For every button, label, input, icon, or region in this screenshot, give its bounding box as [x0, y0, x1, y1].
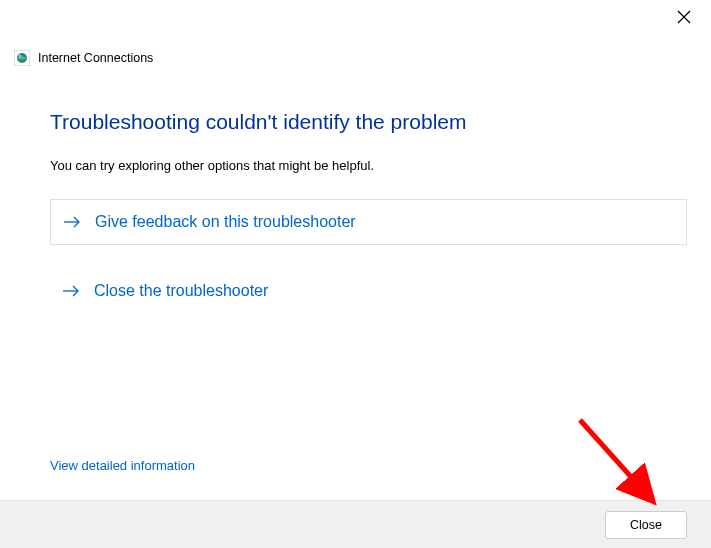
view-detailed-information-link[interactable]: View detailed information [50, 458, 195, 473]
svg-line-8 [580, 420, 650, 498]
dialog-footer: Close [0, 500, 711, 548]
window-close-button[interactable] [675, 10, 693, 28]
option-close-troubleshooter[interactable]: Close the troubleshooter [50, 269, 687, 313]
svg-point-4 [19, 55, 22, 58]
arrow-right-icon [63, 214, 81, 230]
option-give-feedback[interactable]: Give feedback on this troubleshooter [50, 199, 687, 245]
option-label: Give feedback on this troubleshooter [95, 213, 356, 231]
result-subtext: You can try exploring other options that… [50, 158, 687, 173]
dialog-header: Internet Connections [14, 50, 153, 66]
dialog-title: Internet Connections [38, 51, 153, 65]
result-heading: Troubleshooting couldn't identify the pr… [50, 110, 687, 134]
internet-connections-icon [14, 50, 30, 66]
close-button[interactable]: Close [605, 511, 687, 539]
close-icon [677, 10, 691, 28]
arrow-right-icon [62, 283, 80, 299]
option-label: Close the troubleshooter [94, 282, 268, 300]
main-content: Troubleshooting couldn't identify the pr… [50, 110, 687, 313]
